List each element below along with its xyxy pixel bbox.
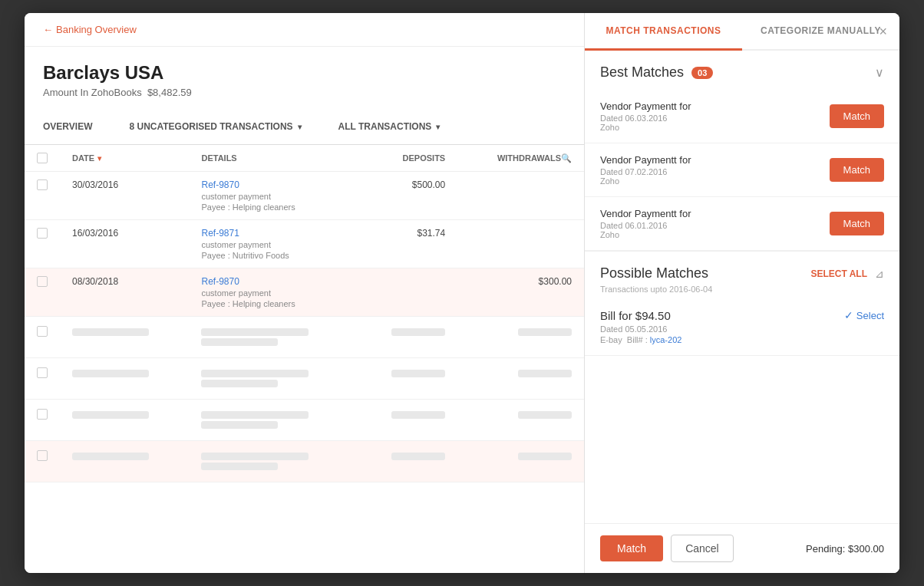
sort-icon: ▾ [97,154,101,163]
possible-matches-sub: Transactions upto 2016-06-04 [600,285,884,294]
tab-all[interactable]: ALL TRANSACTIONS ▾ [320,110,459,144]
possible-match-item: Bill for $94.50 Dated 05.05.2016 E-bay B… [585,298,899,356]
row-deposit [358,268,457,317]
panel-footer: Match Cancel Pending: $300.00 [585,523,899,573]
row-ref[interactable]: Ref-9870 [201,179,345,190]
match-info: Vendor Paymentt for Dated 06.01.2016 Zoh… [600,208,830,239]
tab-overview[interactable]: OVERVIEW [25,110,111,144]
match-button[interactable]: Match [830,104,884,128]
best-match-item: Vendor Paymentt for Dated 06.01.2016 Zoh… [585,197,899,251]
row-checkbox[interactable] [37,179,48,190]
row-checkbox-cell [25,172,60,220]
app-container: ← Banking Overview Barclays USA Amount I… [25,13,899,573]
row-details: Ref-9870 customer payment Payee : Helpin… [189,172,358,220]
table-row: 08/30/2018 Ref-9870 customer payment Pay… [25,268,584,317]
skeleton-row [25,400,584,441]
row-checkbox[interactable] [37,276,48,287]
best-match-item: Vendor Paymentt for Dated 06.03.2016 Zoh… [585,90,899,143]
row-checkbox[interactable] [37,228,48,239]
collapse-icon[interactable]: ∨ [875,65,884,80]
bill-link[interactable]: lyca-202 [650,335,682,344]
skeleton-checkbox[interactable] [37,450,48,461]
tabs-bar: OVERVIEW 8 UNCATEGORISED TRANSACTIONS ▾ … [25,110,584,145]
select-label: Select [856,310,884,321]
tab-match-transactions[interactable]: MATCH TRANSACTIONS [585,13,742,51]
match-info: Vendor Paymentt for Dated 07.02.2016 Zoh… [600,154,830,186]
skeleton-checkbox[interactable] [37,409,48,420]
possible-matches-header: Possible Matches SELECT ALL ⊿ Transactio… [585,252,899,298]
best-matches-badge: 03 [691,67,713,79]
best-matches-title: Best Matches 03 [600,64,713,81]
filter-icon[interactable]: ⊿ [875,268,884,280]
table-row: 30/03/2016 Ref-9870 customer payment Pay… [25,172,584,220]
top-nav: ← Banking Overview [25,13,584,47]
right-panel: MATCH TRANSACTIONS CATEGORIZE MANUALLY ×… [585,13,899,573]
tab-categorize-manually[interactable]: CATEGORIZE MANUALLY [742,13,899,49]
skeleton-checkbox[interactable] [37,367,48,378]
table-row: 16/03/2016 Ref-9871 customer payment Pay… [25,220,584,268]
possible-matches-title: Possible Matches [600,265,708,281]
tab-all-arrow-icon: ▾ [436,123,440,131]
row-date: 30/03/2016 [60,172,189,220]
amount-label: Amount In ZohoBooks [43,87,142,98]
match-title: Vendor Paymentt for [600,100,830,112]
pending-text: Pending: $300.00 [806,543,884,555]
select-button[interactable]: ✓ Select [844,309,884,321]
possible-title-row: Possible Matches SELECT ALL ⊿ [600,265,884,281]
row-detail2: Payee : Helping cleaners [201,202,345,212]
possible-matches-list: Bill for $94.50 Dated 05.05.2016 E-bay B… [585,298,899,356]
footer-match-button[interactable]: Match [600,535,663,561]
select-all-checkbox-header[interactable] [25,145,60,172]
checkmark-icon: ✓ [844,309,853,321]
row-withdrawal: $300.00 [457,268,584,317]
possible-date: Dated 05.05.2016 [600,324,844,334]
possible-vendor: E-bay Bill# : lyca-202 [600,335,844,344]
back-arrow-icon: ← [43,24,53,35]
tab-uncategorised-arrow-icon: ▾ [298,123,302,131]
match-source: Zoho [600,176,830,186]
back-label: Banking Overview [56,24,137,35]
header-checkbox[interactable] [37,153,48,163]
table-container: DATE ▾ DETAILS DEPOSITS WITHDRAWALS [25,145,584,573]
best-matches-list: Vendor Paymentt for Dated 06.03.2016 Zoh… [585,90,899,251]
col-date: DATE ▾ [60,145,189,172]
match-button[interactable]: Match [830,158,884,182]
row-checkbox-cell [25,220,60,268]
column-search-icon[interactable]: 🔍 [561,153,572,163]
match-title: Vendor Paymentt for [600,208,830,219]
select-all-link[interactable]: SELECT ALL [810,268,867,279]
panel-content: Best Matches 03 ∨ Vendor Paymentt for Da… [585,51,899,573]
possible-info: Bill for $94.50 Dated 05.05.2016 E-bay B… [600,309,844,344]
col-withdrawals: WITHDRAWALS 🔍 [457,145,584,172]
match-date: Dated 06.01.2016 [600,221,830,230]
best-matches-header: Best Matches 03 ∨ [585,51,899,90]
skeleton-row [25,317,584,358]
footer-actions: Match Cancel [600,535,734,562]
account-amount: Amount In ZohoBooks $8,482.59 [43,87,566,98]
account-header: Barclays USA Amount In ZohoBooks $8,482.… [25,47,584,110]
row-detail1: customer payment [201,240,345,249]
close-button[interactable]: × [879,24,887,40]
row-detail2: Payee : Helping cleaners [201,299,345,308]
row-deposit: $31.74 [358,220,457,268]
tab-uncategorised[interactable]: 8 UNCATEGORISED TRANSACTIONS ▾ [111,110,319,144]
match-date: Dated 06.03.2016 [600,114,830,123]
col-deposits: DEPOSITS [358,145,457,172]
match-info: Vendor Paymentt for Dated 06.03.2016 Zoh… [600,100,830,132]
possible-amount: Bill for $94.50 [600,309,844,322]
row-ref[interactable]: Ref-9870 [201,276,345,287]
skeleton-row [25,358,584,400]
row-details: Ref-9870 customer payment Payee : Helpin… [189,268,358,317]
back-link[interactable]: ← Banking Overview [43,24,566,35]
footer-cancel-button[interactable]: Cancel [671,535,734,562]
row-withdrawal [457,220,584,268]
row-ref[interactable]: Ref-9871 [201,228,345,239]
match-date: Dated 07.02.2016 [600,167,830,176]
skeleton-checkbox[interactable] [37,326,48,337]
possible-actions: SELECT ALL ⊿ [810,268,884,280]
row-date: 16/03/2016 [60,220,189,268]
left-panel: ← Banking Overview Barclays USA Amount I… [25,13,585,573]
row-detail2: Payee : Nutritivo Foods [201,251,345,260]
transactions-table: DATE ▾ DETAILS DEPOSITS WITHDRAWALS [25,145,584,482]
match-button[interactable]: Match [830,212,884,235]
